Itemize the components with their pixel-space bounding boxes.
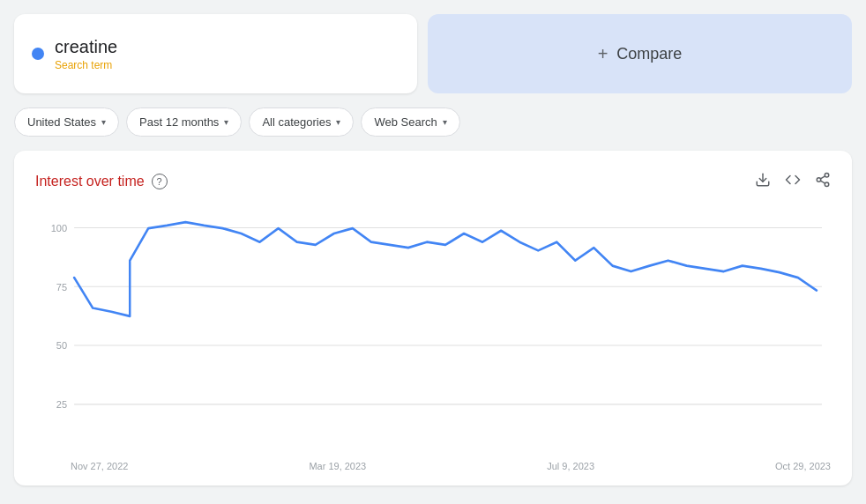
search-type-filter-label: Web Search	[374, 115, 437, 129]
x-label-1: Nov 27, 2022	[71, 461, 128, 471]
search-term-info: creatine Search term	[55, 37, 117, 71]
x-label-4: Oct 29, 2023	[775, 461, 831, 471]
filters-bar: United States ▾ Past 12 months ▾ All cat…	[0, 93, 866, 151]
chart-title-area: Interest over time ?	[35, 174, 168, 189]
chart-card: Interest over time ?	[14, 151, 852, 485]
search-type-filter[interactable]: Web Search ▾	[361, 107, 459, 137]
download-icon[interactable]	[755, 172, 771, 191]
chart-title: Interest over time	[35, 174, 145, 189]
share-icon[interactable]	[815, 172, 831, 191]
compare-plus-icon: +	[598, 44, 608, 64]
svg-line-4	[820, 181, 825, 183]
x-label-2: Mar 19, 2023	[309, 461, 366, 471]
search-type-chevron-icon: ▾	[443, 117, 447, 127]
compare-card[interactable]: + Compare	[428, 14, 852, 93]
chart-area: 100 75 50 25	[35, 209, 831, 456]
x-axis-labels: Nov 27, 2022 Mar 19, 2023 Jul 9, 2023 Oc…	[35, 456, 831, 471]
location-filter-label: United States	[27, 115, 96, 129]
svg-line-5	[820, 176, 825, 179]
trend-chart-svg: 100 75 50 25	[35, 209, 831, 456]
search-term-card: creatine Search term	[14, 14, 417, 93]
search-term-dot	[32, 48, 44, 60]
svg-text:25: 25	[56, 399, 67, 410]
time-filter[interactable]: Past 12 months ▾	[126, 107, 242, 137]
location-filter[interactable]: United States ▾	[14, 107, 119, 137]
svg-text:75: 75	[56, 281, 67, 292]
category-chevron-icon: ▾	[336, 117, 340, 127]
compare-label: Compare	[616, 45, 682, 63]
search-term-label: Search term	[55, 59, 117, 71]
category-filter[interactable]: All categories ▾	[249, 107, 354, 137]
time-chevron-icon: ▾	[224, 117, 228, 127]
help-icon[interactable]: ?	[152, 174, 168, 189]
x-label-3: Jul 9, 2023	[547, 461, 594, 471]
chart-actions	[755, 172, 831, 191]
top-section: creatine Search term + Compare	[0, 0, 866, 93]
time-filter-label: Past 12 months	[139, 115, 219, 129]
search-term-text: creatine	[55, 37, 117, 57]
location-chevron-icon: ▾	[101, 117, 106, 127]
chart-header: Interest over time ?	[35, 172, 831, 191]
category-filter-label: All categories	[262, 115, 331, 129]
svg-text:50: 50	[56, 340, 67, 351]
embed-icon[interactable]	[785, 172, 801, 191]
svg-text:100: 100	[51, 222, 67, 233]
